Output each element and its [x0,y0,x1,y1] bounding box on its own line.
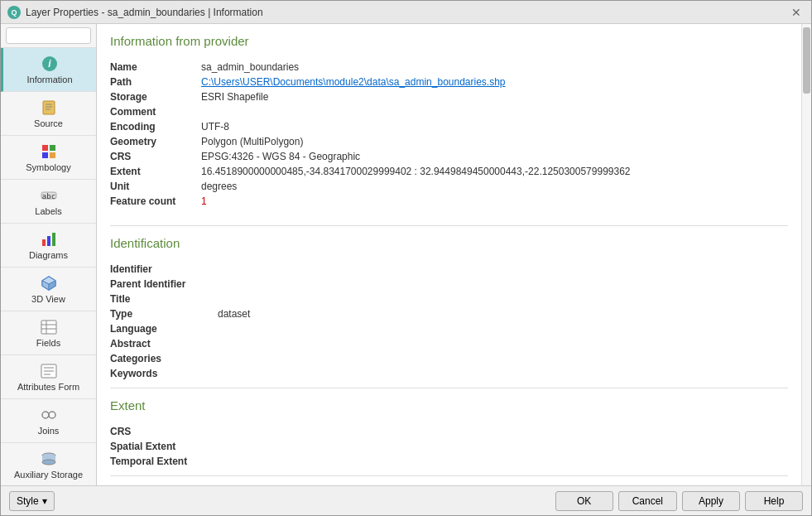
sidebar-item-diagrams[interactable]: Diagrams [1,224,96,268]
info-value-storage: ESRI Shapefile [201,91,788,103]
attributes-form-icon [40,362,58,380]
info-label-encoding: Encoding [110,121,201,133]
sidebar-item-labels-label: Labels [35,206,61,216]
ident-row-parent-identifier: Parent Identifier [110,277,788,292]
info-row-feature-count: Feature count 1 [110,194,788,209]
footer: Style ▾ OK Cancel Apply Help [1,485,811,515]
help-button[interactable]: Help [745,491,803,511]
titlebar-left: Q Layer Properties - sa_admin_boundaries… [7,6,263,19]
footer-right: OK Cancel Apply Help [555,491,803,511]
main-content: i Information Source Symbology [1,24,811,485]
extent-label-crs: CRS [110,426,218,437]
sidebar-item-source[interactable]: Source [1,92,96,136]
sidebar-item-attributes-form[interactable]: Attributes Form [1,355,96,399]
divider-access [110,475,788,476]
ident-label-parent-identifier: Parent Identifier [110,278,218,290]
info-label-unit: Unit [110,181,201,192]
info-row-extent: Extent 16.4518900000000485,-34.834170002… [110,164,788,179]
ident-label-categories: Categories [110,353,218,364]
info-row-unit: Unit degrees [110,179,788,194]
info-row-crs: CRS EPSG:4326 - WGS 84 - Geographic [110,149,788,164]
ident-value-type: dataset [218,308,250,320]
sidebar: i Information Source Symbology [1,24,97,485]
svg-rect-12 [42,239,46,246]
style-button[interactable]: Style ▾ [9,491,55,511]
info-label-path: Path [110,76,201,88]
close-button[interactable]: ✕ [788,6,805,19]
sidebar-item-fields-label: Fields [36,338,60,348]
info-row-name: Name sa_admin_boundaries [110,60,788,75]
ident-label-identifier: Identifier [110,263,218,275]
sidebar-item-3dview-label: 3D View [31,294,65,304]
sidebar-item-labels[interactable]: abc Labels [1,180,96,224]
divider-identification [110,225,788,226]
search-input[interactable] [6,27,91,44]
scrollbar-track [802,24,811,485]
diagrams-icon [40,230,58,248]
footer-left: Style ▾ [9,491,55,511]
identification-table: Identifier Parent Identifier Title Type … [110,262,788,381]
content-area: Information from provider Name sa_admin_… [97,24,811,485]
svg-rect-13 [47,236,50,246]
info-value-extent: 16.4518900000000485,-34.8341700029999402… [201,166,788,177]
svg-rect-9 [50,152,55,158]
style-chevron-icon: ▾ [42,495,47,507]
section-title-information-from-provider: Information from provider [110,34,788,51]
extent-table: CRS Spatial Extent Temporal Extent [110,424,788,469]
info-value-geometry: Polygon (MultiPolygon) [201,136,788,147]
divider-extent [110,388,788,388]
info-label-storage: Storage [110,91,201,103]
svg-point-31 [42,460,55,465]
sidebar-item-auxiliary-storage-label: Auxiliary Storage [14,470,83,480]
info-value-encoding: UTF-8 [201,121,788,133]
sidebar-item-symbology[interactable]: Symbology [1,136,96,180]
extent-row-spatial: Spatial Extent [110,439,788,454]
extent-label-spatial: Spatial Extent [110,441,218,452]
symbology-icon [40,142,58,161]
apply-button[interactable]: Apply [682,491,740,511]
extent-row-temporal: Temporal Extent [110,454,788,469]
ok-button[interactable]: OK [555,491,613,511]
ident-label-keywords: Keywords [110,368,218,379]
info-row-storage: Storage ESRI Shapefile [110,89,788,104]
section-title-extent: Extent [110,398,788,416]
ident-label-abstract: Abstract [110,338,218,350]
cancel-button[interactable]: Cancel [618,491,677,511]
svg-point-27 [42,412,49,418]
svg-rect-8 [42,152,48,158]
info-value-feature-count: 1 [201,195,788,207]
ident-row-keywords: Keywords [110,366,788,381]
labels-icon: abc [40,186,58,205]
info-label-comment: Comment [110,106,201,118]
info-row-encoding: Encoding UTF-8 [110,119,788,134]
sidebar-item-joins[interactable]: Joins [1,399,96,443]
info-row-comment: Comment [110,104,788,119]
info-value-crs: EPSG:4326 - WGS 84 - Geographic [201,151,788,162]
info-row-path: Path C:\Users\USER\Documents\module2\dat… [110,75,788,89]
sidebar-item-attributes-form-label: Attributes Form [17,382,79,392]
ident-row-title: Title [110,292,788,306]
ident-row-language: Language [110,321,788,336]
extent-label-temporal: Temporal Extent [110,456,218,467]
sidebar-item-source-label: Source [34,118,63,128]
sidebar-item-fields[interactable]: Fields [1,311,96,355]
info-value-path[interactable]: C:\Users\USER\Documents\module2\data\sa_… [201,76,788,88]
sidebar-item-diagrams-label: Diagrams [29,250,68,260]
scrollbar-y[interactable] [801,24,811,485]
ident-label-type: Type [110,308,218,320]
svg-rect-6 [42,145,48,151]
svg-point-28 [49,412,55,418]
info-label-geometry: Geometry [110,136,201,147]
sidebar-item-3dview[interactable]: 3D View [1,268,96,311]
content-panel: Information from provider Name sa_admin_… [97,24,801,485]
fields-icon [40,318,58,336]
scrollbar-thumb[interactable] [803,27,810,94]
sidebar-item-information[interactable]: i Information [1,48,96,92]
3dview-icon [40,274,58,292]
info-label-name: Name [110,61,201,73]
ident-label-title: Title [110,293,218,305]
info-value-comment [201,106,788,118]
sidebar-item-symbology-label: Symbology [26,162,70,172]
svg-rect-7 [50,145,55,151]
sidebar-item-auxiliary-storage[interactable]: Auxiliary Storage [1,443,96,485]
